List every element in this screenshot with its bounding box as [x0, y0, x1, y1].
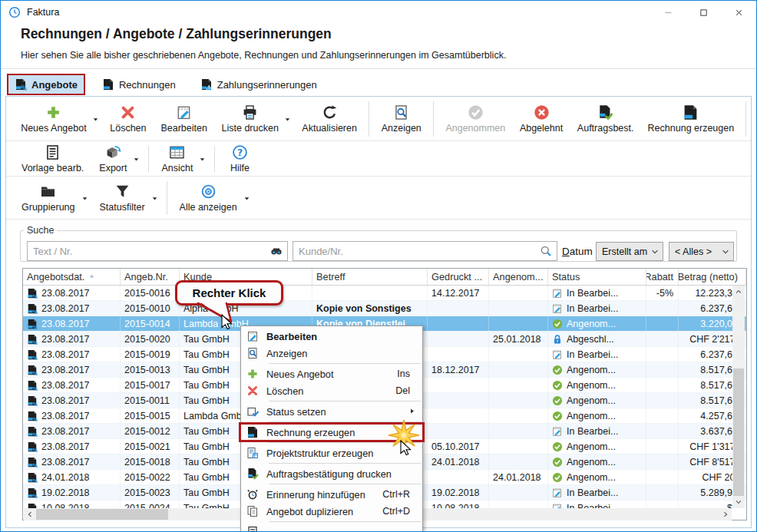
table-view-icon: [169, 144, 185, 160]
menu-item-neues-angebot[interactable]: Neues AngebotIns: [241, 365, 422, 382]
check-green-icon: [552, 395, 563, 406]
menu-item-status-setzen[interactable]: Status setzen: [241, 403, 422, 420]
menu-item-l-schen[interactable]: LöschenDel: [241, 382, 422, 399]
scroll-down-button[interactable]: [732, 496, 745, 508]
cell-rabatt: [646, 332, 679, 346]
cell-gedruckt: [428, 408, 489, 423]
toolbar-separator: [148, 146, 149, 172]
cell-status: Angenom...: [548, 362, 646, 377]
toolbar-button-l-schen[interactable]: Löschen: [103, 102, 154, 137]
column-header-betreff[interactable]: Betreff: [312, 269, 428, 285]
toolbar-button-alle-anzeigen[interactable]: Alle anzeigen: [172, 181, 254, 216]
help-icon: ?: [232, 144, 248, 160]
toolbar-button-aktualisieren[interactable]: Aktualisieren: [295, 102, 364, 137]
menu-item-projektstruktur-erzeugen[interactable]: Projektstruktur erzeugen: [241, 444, 422, 461]
column-header-betrag-netto[interactable]: Betrag (netto): [679, 269, 746, 285]
cell-angenommen: [489, 316, 548, 331]
binoculars-icon[interactable]: [270, 245, 283, 257]
toolbar-button-label: Hilfe: [230, 163, 250, 173]
menu-item-bearbeiten[interactable]: Bearbeiten: [241, 328, 422, 345]
cell-gedruckt: [428, 301, 489, 316]
chevron-down-icon[interactable]: [150, 192, 159, 206]
cell-gedruckt: [428, 393, 489, 408]
scroll-right-button[interactable]: [719, 508, 732, 520]
minimize-button[interactable]: [650, 1, 686, 24]
toolbar-row-2: Vorlage bearb.ExportAnsicht?Hilfe: [6, 142, 751, 177]
toolbar-button-auftragsbest[interactable]: Auftragsbest.: [570, 102, 641, 137]
date-field-dropdown[interactable]: Erstellt am: [596, 242, 663, 261]
menu-item-item[interactable]: [241, 524, 422, 532]
toolbar-button-neues-angebot[interactable]: Neues Angebot: [14, 102, 103, 137]
chevron-down-icon[interactable]: [81, 192, 89, 206]
menu-item-anzeigen[interactable]: Anzeigen: [241, 345, 422, 362]
toolbar-button-export[interactable]: Export: [91, 142, 144, 177]
menu-item-rechnung-erzeugen[interactable]: Rechnung erzeugen: [241, 424, 422, 441]
tab-rechnungen[interactable]: Rechnungen: [94, 74, 183, 95]
table-row[interactable]: %23.08.20172015-001614.12.2017In Bearbei…: [23, 286, 746, 301]
toolbar-button-liste-drucken[interactable]: Liste drucken: [214, 102, 295, 137]
text-search-input[interactable]: [27, 241, 288, 261]
minimize-icon: [663, 8, 673, 18]
maximize-button[interactable]: [686, 1, 721, 24]
toolbar-button-label: Bearbeiten: [160, 123, 207, 134]
column-header-rabatt[interactable]: Rabatt: [646, 269, 679, 285]
date-range-dropdown[interactable]: < Alles >: [669, 242, 734, 261]
horizontal-scrollbar-thumb[interactable]: [36, 509, 168, 520]
cell-rabatt: [646, 393, 679, 408]
toolbar-button-label: Ansicht: [161, 163, 193, 173]
tab-angebote[interactable]: %Angebote: [7, 74, 85, 95]
chevron-down-icon[interactable]: [91, 113, 100, 127]
toolbar-button-label: Vorlage bearb.: [21, 163, 84, 173]
tab-zahlungserinnerungen[interactable]: Zahlungserinnerungen: [193, 74, 325, 95]
column-header-gedruckt[interactable]: Gedruckt ...: [428, 269, 489, 285]
close-button[interactable]: [721, 1, 756, 24]
toolbar-button-statusfilter[interactable]: Statusfilter: [92, 181, 162, 216]
toolbar-button-anzeigen[interactable]: Anzeigen: [374, 102, 428, 137]
tab-label: Zahlungserinnerungen: [217, 79, 317, 91]
toolbar-button-gruppierung[interactable]: Gruppierung: [14, 181, 92, 216]
menu-item-angebot-duplizieren[interactable]: Angebot duplizierenCtrl+D: [241, 503, 422, 520]
sort-ascending-icon: [84, 271, 96, 283]
plus-icon: [45, 104, 61, 121]
scroll-up-button[interactable]: [732, 286, 745, 298]
chevron-down-icon[interactable]: [132, 153, 140, 167]
scroll-left-button[interactable]: [24, 508, 36, 520]
chevron-down-icon[interactable]: [243, 192, 251, 206]
cell-gedruckt: 24.01.2018: [428, 454, 489, 469]
edit-status-icon: [552, 503, 563, 509]
offer-doc-icon: %: [15, 78, 27, 91]
svg-text:%: %: [33, 309, 38, 314]
chevron-down-icon: [721, 247, 730, 256]
chevron-down-icon[interactable]: [283, 113, 292, 127]
toolbar-button-ansicht[interactable]: Ansicht: [154, 142, 210, 177]
cell-status: In Bearbei...: [548, 347, 646, 362]
toolbar-button-hilfe[interactable]: ?Hilfe: [220, 142, 259, 177]
customer-search-input[interactable]: [293, 241, 557, 261]
cell-angebotsnummer: 2015-0017: [121, 378, 180, 392]
offer-doc-icon: %: [27, 503, 38, 509]
menu-item-auftragsbest-tigung-drucken[interactable]: Auftragsbestätigung drucken: [241, 465, 422, 482]
cell-status: In Bearbei...: [548, 424, 646, 438]
toolbar-button-vorlage-bearb[interactable]: Vorlage bearb.: [14, 142, 91, 177]
search-icon[interactable]: [540, 245, 552, 257]
toolbar-button-bearbeiten[interactable]: Bearbeiten: [154, 102, 214, 137]
date-range-value: < Alles >: [675, 246, 712, 257]
chevron-down-icon[interactable]: [198, 153, 207, 167]
vertical-scrollbar-thumb[interactable]: [733, 368, 744, 496]
vertical-scrollbar[interactable]: [732, 286, 745, 508]
toolbar-button-abgelehnt[interactable]: Abgelehnt: [512, 102, 570, 137]
edit-status-icon: [552, 487, 563, 498]
toolbar-button-rechnung-erzeugen[interactable]: Rechnung erzeugen: [641, 102, 741, 137]
column-header-angenom[interactable]: Angenom...: [489, 269, 548, 285]
column-header-angebotsdat[interactable]: Angebotsdat.: [23, 269, 121, 285]
cell-angebotsnummer: 2015-0021: [121, 439, 180, 454]
context-menu: BearbeitenAnzeigenNeues AngebotInsLösche…: [240, 325, 423, 532]
doc-check-icon: [597, 104, 613, 121]
column-header-status[interactable]: Status: [548, 269, 646, 285]
cell-angebotsdatum: %23.08.2017: [23, 408, 121, 423]
column-header-angeb-nr[interactable]: Angeb.Nr.: [121, 269, 180, 285]
menu-item-erinnerung-hinzuf-gen[interactable]: Erinnerung hinzufügenCtrl+R: [241, 486, 422, 503]
toolbar-button-label: Rechnung erzeugen: [648, 123, 735, 134]
cell-angebotsdatum: %10.08.2018: [23, 501, 121, 508]
table-row[interactable]: %23.08.20172015-0010Alpha GmbHKopie von …: [23, 301, 746, 316]
